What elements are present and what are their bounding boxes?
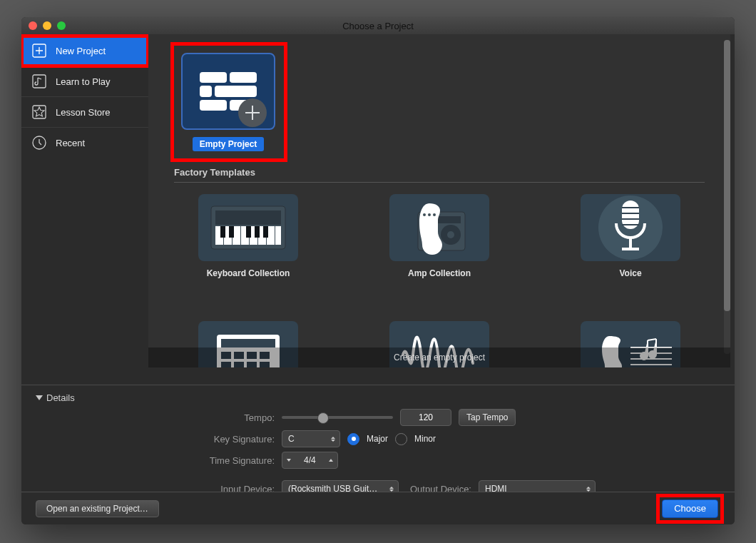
hint-text: Create an empty project — [394, 352, 485, 362]
store-icon — [31, 104, 47, 120]
mode-minor-label: Minor — [414, 434, 436, 444]
svg-rect-15 — [229, 226, 234, 238]
svg-rect-18 — [263, 226, 268, 238]
mode-minor-radio[interactable] — [395, 433, 407, 445]
stepper-down-button[interactable] — [282, 452, 295, 468]
svg-rect-1 — [33, 75, 46, 88]
recent-icon — [31, 135, 47, 151]
time-signature-label: Time Signature: — [36, 455, 275, 466]
disclosure-triangle-icon — [36, 395, 43, 400]
sidebar-item-label: Learn to Play — [56, 76, 111, 87]
template-voice[interactable]: Voice — [556, 194, 705, 278]
titlebar: Choose a Project — [21, 17, 735, 34]
tempo-slider[interactable] — [282, 416, 393, 419]
tempo-label: Tempo: — [36, 412, 275, 423]
svg-rect-16 — [246, 226, 251, 238]
tempo-slider-thumb[interactable] — [317, 412, 329, 424]
svg-rect-14 — [220, 226, 225, 238]
template-label: Voice — [619, 268, 641, 278]
plus-icon — [238, 98, 267, 127]
factory-templates-header: Factory Templates — [174, 167, 705, 183]
sidebar-item-new-project[interactable]: New Project — [21, 36, 148, 66]
open-existing-project-button[interactable]: Open an existing Project… — [36, 500, 159, 517]
learn-icon — [31, 73, 47, 89]
select-arrows-icon — [331, 437, 335, 442]
footer-bar: Open an existing Project… Choose — [21, 492, 735, 524]
window-title: Choose a Project — [21, 21, 735, 31]
new-project-icon — [31, 43, 47, 59]
sidebar-item-label: Recent — [56, 138, 85, 148]
tap-tempo-button[interactable]: Tap Tempo — [459, 409, 516, 426]
details-panel: Details Tempo: 120 Tap Tempo Key Signatu… — [21, 385, 735, 492]
template-keyboard-collection[interactable]: Keyboard Collection — [174, 194, 322, 278]
svg-rect-13 — [275, 226, 281, 245]
hint-bar: Create an empty project — [148, 347, 730, 367]
time-signature-value: 4/4 — [295, 455, 325, 465]
select-arrows-icon — [389, 487, 394, 492]
empty-project-label: Empty Project — [193, 137, 265, 151]
sidebar-item-learn-to-play[interactable]: Learn to Play — [21, 66, 148, 97]
sidebar-item-lesson-store[interactable]: Lesson Store — [21, 97, 148, 128]
svg-point-24 — [428, 213, 431, 216]
empty-project-tile[interactable]: Empty Project — [174, 46, 284, 158]
select-arrows-icon — [586, 487, 591, 492]
svg-point-22 — [447, 231, 454, 238]
template-label: Keyboard Collection — [207, 268, 290, 278]
sidebar-item-label: Lesson Store — [56, 107, 111, 118]
details-label: Details — [46, 392, 75, 403]
template-amp-collection[interactable]: Amp Collection — [365, 194, 514, 278]
choose-button[interactable]: Choose — [662, 499, 718, 518]
svg-point-23 — [423, 213, 426, 216]
details-disclosure[interactable]: Details — [36, 392, 720, 403]
scrollbar-thumb[interactable] — [724, 40, 730, 311]
svg-rect-5 — [215, 210, 281, 225]
sidebar-item-recent[interactable]: Recent — [21, 128, 148, 158]
key-signature-label: Key Signature: — [36, 434, 275, 445]
amp-icon — [401, 199, 478, 256]
key-signature-select[interactable]: C — [282, 430, 340, 447]
svg-rect-34 — [221, 339, 275, 347]
template-gallery: Empty Project Factory Templates Keyboard… — [148, 34, 730, 367]
svg-rect-17 — [255, 226, 260, 238]
mode-major-label: Major — [367, 434, 388, 444]
mic-icon — [609, 198, 652, 258]
keyboard-icon — [210, 205, 287, 250]
svg-point-25 — [433, 213, 436, 216]
project-chooser-window: Choose a Project New Project — [21, 17, 735, 524]
tempo-value-field[interactable]: 120 — [400, 409, 451, 426]
sidebar-item-label: New Project — [56, 46, 106, 56]
mode-major-radio[interactable] — [347, 433, 359, 445]
stepper-up-button[interactable] — [325, 452, 337, 468]
template-label: Amp Collection — [408, 268, 471, 278]
time-signature-stepper[interactable]: 4/4 — [282, 452, 338, 469]
